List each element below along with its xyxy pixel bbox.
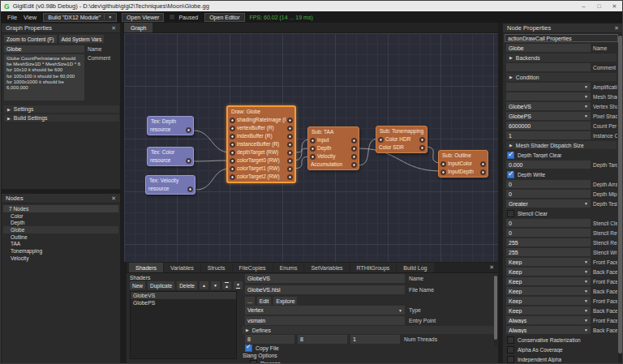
edit-button[interactable]: Edit	[257, 297, 272, 305]
input-pin-icon[interactable]	[441, 162, 445, 166]
output-pin-icon[interactable]	[288, 126, 292, 131]
list-item[interactable]: Tonemapping	[2, 247, 120, 255]
output-pin-icon[interactable]	[352, 155, 356, 159]
close-icon[interactable]: ✕	[111, 25, 116, 32]
property-input[interactable]: 0.000	[506, 161, 591, 169]
shader-file-input[interactable]: GlobeVS.hlsl	[245, 285, 405, 294]
tab-structs[interactable]: Structs	[201, 263, 232, 272]
section-header[interactable]: ▶Backends	[506, 54, 617, 62]
close-icon[interactable]: ✕	[111, 195, 116, 202]
property-dropdown[interactable]: GlobePS▼	[506, 112, 591, 120]
output-pin-icon[interactable]	[352, 163, 356, 167]
num-threads-y-input[interactable]: 8	[298, 335, 347, 344]
output-pin-icon[interactable]	[420, 138, 424, 142]
list-item[interactable]: Velocity	[2, 255, 120, 262]
tab-build-log[interactable]: Build Log	[397, 263, 433, 272]
checkbox[interactable]	[507, 210, 514, 217]
property-dropdown[interactable]: ▼	[506, 83, 591, 91]
explore-button[interactable]: Explore	[273, 297, 297, 305]
list-item[interactable]: GlobeVS	[131, 292, 236, 299]
menu-view[interactable]: View	[24, 14, 43, 21]
move-to-bottom-button[interactable]: ▼	[234, 281, 243, 289]
graph-name-input[interactable]: Globe	[4, 45, 84, 53]
list-item[interactable]: TAA	[2, 240, 120, 247]
property-dropdown[interactable]: Keep▼	[506, 287, 591, 295]
output-pin-icon[interactable]	[288, 167, 292, 171]
tab-enums[interactable]: Enums	[273, 263, 304, 272]
node-count-row[interactable]: 7 Nodes	[3, 205, 118, 212]
duplicate-button[interactable]: Duplicate	[148, 281, 174, 289]
input-pin-icon[interactable]	[311, 155, 315, 159]
graph-node-tex-depth[interactable]: Tex: Depthresource	[147, 116, 194, 135]
property-dropdown[interactable]: GlobeVS▼	[506, 102, 591, 110]
tab-rthitgroups[interactable]: RTHitGroups	[350, 263, 397, 272]
output-pin-icon[interactable]	[187, 159, 191, 163]
checkbox[interactable]: ✓	[507, 171, 514, 178]
property-dropdown[interactable]: ▼	[506, 92, 591, 101]
move-down-button[interactable]: ▼	[211, 281, 220, 289]
minimize-button[interactable]: –	[576, 1, 591, 11]
open-editor-button[interactable]: Open Editor	[204, 13, 244, 22]
graph-node-draw-globe[interactable]: Draw: GlobeshadingRateImage (R)vertexBuf…	[226, 105, 296, 183]
new-button[interactable]: New	[130, 281, 145, 289]
browse-button[interactable]: ...	[245, 297, 255, 305]
list-item[interactable]: Depth	[2, 219, 120, 226]
input-pin-icon[interactable]	[311, 139, 315, 143]
shader-type-dropdown[interactable]: Vertex ▼	[245, 306, 405, 315]
list-item[interactable]: GlobePS	[131, 299, 236, 306]
property-input[interactable]: 0	[506, 229, 591, 237]
close-icon[interactable]: ✕	[614, 25, 619, 32]
output-pin-icon[interactable]	[352, 139, 356, 143]
input-pin-icon[interactable]	[230, 143, 234, 147]
graph-node-sub-tonemapping[interactable]: Sub: TonemappingColor HDRColor SDR	[376, 126, 428, 153]
property-input[interactable]: 6000000	[506, 122, 591, 130]
defines-section-header[interactable]: ▶ Defines	[243, 326, 496, 334]
input-pin-icon[interactable]	[230, 151, 234, 155]
settings-section-header[interactable]: ▶ Settings	[4, 105, 119, 113]
input-pin-icon[interactable]	[230, 126, 234, 131]
tab-filecopies[interactable]: FileCopies	[233, 263, 273, 272]
graph-node-tex-velocity[interactable]: Tex: Velocityresource	[145, 175, 195, 195]
property-dropdown[interactable]: Always▼	[506, 326, 591, 334]
copy-file-checkbox[interactable]: ✓	[245, 345, 252, 352]
list-item[interactable]: Globe	[3, 226, 118, 233]
graph-comment-input[interactable]: Globe CountPerInstance should be MeshSiz…	[4, 54, 84, 101]
graph-canvas[interactable]: Tex: DepthresourceTex: ColorresourceTex:…	[124, 33, 498, 262]
property-input[interactable]: 0	[506, 190, 591, 198]
entry-point-input[interactable]: vsmain	[245, 316, 405, 325]
checkbox[interactable]: ✓	[507, 152, 514, 159]
output-pin-icon[interactable]	[288, 159, 292, 163]
menu-file[interactable]: File	[7, 14, 24, 21]
output-pin-icon[interactable]	[188, 187, 192, 191]
property-input[interactable]: 255	[506, 248, 591, 256]
move-to-top-button[interactable]: ▲	[222, 281, 231, 289]
property-dropdown[interactable]: Keep▼	[506, 268, 591, 276]
checkbox[interactable]	[507, 346, 514, 353]
process-checkbox[interactable]	[250, 360, 257, 364]
input-pin-icon[interactable]	[230, 135, 234, 139]
tab-shaders[interactable]: Shaders	[129, 263, 163, 272]
input-pin-icon[interactable]	[230, 118, 234, 122]
input-pin-icon[interactable]	[230, 167, 234, 171]
delete-button[interactable]: Delete	[177, 281, 197, 289]
tab-setvariables[interactable]: SetVariables	[304, 263, 349, 272]
shader-name-input[interactable]: GlobeVS	[245, 274, 405, 283]
tab-variables[interactable]: Variables	[164, 263, 200, 272]
tab-graph[interactable]: Graph	[124, 23, 153, 32]
output-pin-icon[interactable]	[481, 162, 485, 166]
scrollbar-thumb[interactable]	[618, 36, 622, 353]
property-dropdown[interactable]: Keep▼	[506, 297, 591, 305]
checkbox[interactable]	[507, 336, 514, 344]
list-item[interactable]: Outline	[2, 233, 120, 241]
property-dropdown[interactable]: Keep▼	[506, 258, 591, 266]
zoom-to-content-button[interactable]: Zoom to Content (F)	[4, 35, 57, 43]
checkbox[interactable]	[507, 356, 514, 363]
build-module-button[interactable]: Build "DX12 Module" ▼	[43, 13, 117, 22]
property-input[interactable]: 0	[506, 180, 591, 188]
output-pin-icon[interactable]	[288, 135, 292, 139]
input-pin-icon[interactable]	[230, 175, 234, 179]
property-input[interactable]: 1	[506, 131, 591, 139]
graph-node-tex-color[interactable]: Tex: Colorresource	[147, 147, 194, 166]
graph-node-sub-outline[interactable]: Sub: OutlineInputColorInputDepth	[438, 150, 488, 178]
output-pin-icon[interactable]	[352, 147, 356, 151]
